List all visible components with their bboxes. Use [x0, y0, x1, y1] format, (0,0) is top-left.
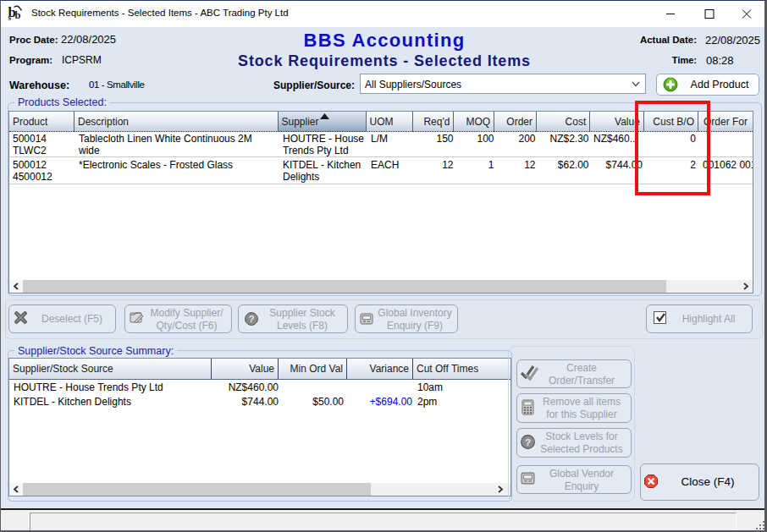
svg-text:?: ?: [525, 436, 531, 447]
svg-text:s: s: [8, 14, 12, 22]
svg-text:b: b: [15, 9, 21, 21]
svg-text:?: ?: [249, 314, 255, 324]
